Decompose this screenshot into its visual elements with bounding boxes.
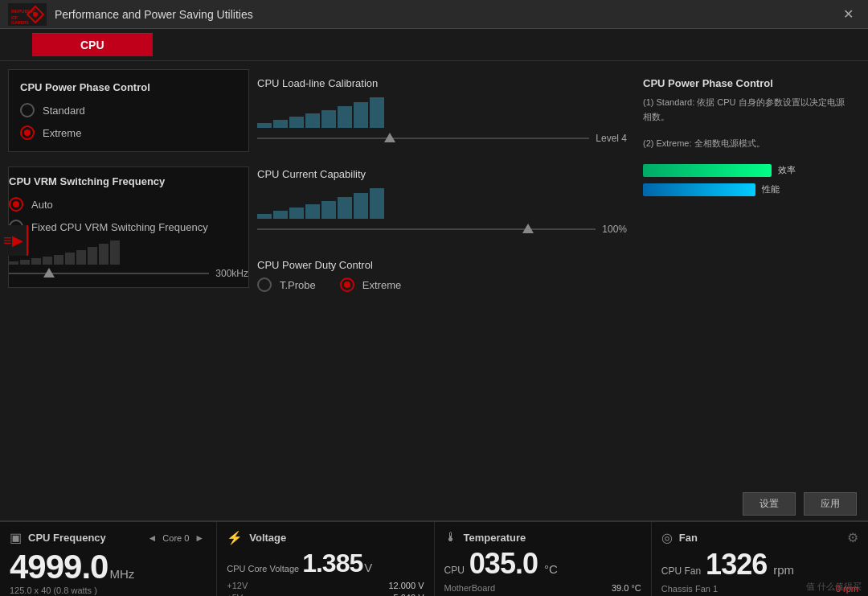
cpu-fan-label: CPU Fan [661, 565, 701, 577]
ll-step-6 [338, 106, 352, 128]
vrm-slider-thumb[interactable] [43, 268, 55, 277]
cpu-temp-label: CPU [444, 565, 465, 576]
core-voltage-value: 1.385 [302, 550, 362, 576]
vrm-box: CPU VRM Switching Frequency Auto Fixed C… [8, 166, 249, 288]
core-voltage-label: CPU Core Voltage [227, 564, 299, 573]
freq-step-1 [9, 261, 18, 265]
radio-vrm-fixed[interactable]: Fixed CPU VRM Switching Frequency [9, 220, 248, 234]
close-button[interactable]: ✕ [837, 5, 860, 23]
cc-step-2 [273, 211, 288, 219]
voltage-header: ⚡ Voltage [227, 530, 424, 545]
freq-step-7 [76, 250, 86, 265]
fan-settings-button[interactable]: ⚙ [847, 530, 858, 545]
phase-bar-row-2: 性能 [643, 183, 852, 196]
temp-title: Temperature [464, 532, 526, 544]
apply-button[interactable]: 应用 [804, 492, 857, 516]
load-line-bar [257, 96, 627, 128]
vrm-options: Auto Fixed CPU VRM Switching Frequency [9, 197, 248, 234]
voltage-section: ⚡ Voltage CPU Core Voltage 1.385 V +12V … [217, 522, 434, 596]
radio-tprobe-circle [257, 277, 272, 292]
radio-extreme-label: Extreme [43, 127, 81, 139]
freq-nav-next[interactable]: ► [192, 532, 207, 544]
reset-button[interactable]: 设置 [743, 492, 796, 516]
freq-step-3 [31, 258, 41, 265]
cc-step-7 [354, 193, 368, 219]
cc-step-5 [321, 201, 336, 219]
middle-panel: CPU Load-line Calibration Level 4 CPU Cu… [257, 69, 627, 479]
vrm-slider-track[interactable]: 300kHz [9, 268, 248, 279]
freq-step-2 [20, 260, 30, 265]
cpu-power-phase-title: CPU Power Phase Control [20, 81, 237, 93]
radio-extreme-circle [20, 125, 35, 140]
radio-duty-extreme[interactable]: Extreme [340, 277, 401, 292]
load-line-slider[interactable]: Level 4 [257, 133, 627, 144]
ll-slider-line [257, 138, 589, 139]
freq-big-value: 4999.0 [10, 550, 108, 584]
cc-step-8 [370, 188, 384, 219]
duty-control-title: CPU Power Duty Control [257, 259, 627, 271]
cpu-temp-value: 035.0 [469, 549, 538, 578]
temp-rows: MotherBoard 39.0 °C CPU Package 36.0 °C … [444, 583, 641, 596]
cc-step-4 [305, 204, 320, 219]
ll-level-label: Level 4 [596, 133, 627, 144]
radio-tprobe-label: T.Probe [280, 279, 316, 291]
voltage-row-0: +12V 12.000 V [227, 581, 424, 590]
duty-control-section: CPU Power Duty Control T.Probe Extreme [257, 259, 627, 292]
phase-bar-cyan [643, 183, 755, 196]
freq-nav-label: Core 0 [162, 533, 189, 543]
cc-step-1 [257, 214, 272, 219]
load-line-title: CPU Load-line Calibration [257, 77, 627, 89]
cc-slider-line [257, 228, 596, 230]
vrm-freq-label: 300kHz [215, 268, 248, 279]
cpu-temp-unit: °C [544, 562, 558, 576]
ll-step-2 [273, 120, 288, 128]
fan-icon: ◎ [661, 530, 673, 545]
mb-temp-value: 39.0 °C [612, 583, 641, 593]
freq-nav-prev[interactable]: ◄ [145, 532, 159, 544]
freq-sub-label: 125.0 x 40 (0.8 watts ) [10, 586, 97, 595]
vrm-freq-slider: 300kHz [9, 240, 248, 279]
v12-label: +12V [227, 581, 248, 590]
monitor-strip: ▣ CPU Frequency ◄ Core 0 ► 4999.0 MHz 12… [0, 520, 868, 596]
radio-standard[interactable]: Standard [20, 103, 237, 117]
temp-header: 🌡 Temperature [444, 530, 641, 545]
main-content: CPU Power Phase Control Standard Extreme… [0, 61, 868, 487]
chassis1-label: Chassis Fan 1 [661, 584, 718, 594]
radio-vrm-auto[interactable]: Auto [9, 197, 248, 212]
voltage-row-1: +5V 5.040 V [227, 593, 424, 596]
title-bar: REPUBLIC OF GAMERS Performance and Power… [0, 0, 868, 29]
freq-unit: MHz [109, 567, 134, 581]
radio-extreme[interactable]: Extreme [20, 125, 237, 140]
freq-section: ▣ CPU Frequency ◄ Core 0 ► 4999.0 MHz 12… [0, 522, 217, 596]
duty-control-options: T.Probe Extreme [257, 277, 627, 292]
ll-step-3 [289, 117, 304, 128]
mb-temp-label: MotherBoard [444, 583, 496, 593]
cc-slider-thumb[interactable] [522, 224, 534, 233]
voltage-title: Voltage [249, 532, 286, 544]
right-info-desc2: (2) Extreme: 全相数电源模式。 [643, 137, 852, 151]
radio-duty-extreme-circle [340, 277, 354, 292]
right-info-title: CPU Power Phase Control [643, 77, 852, 89]
freq-sub-row: 125.0 x 40 (0.8 watts ) [10, 586, 207, 595]
sidebar-toggle[interactable]: ≡▶ [0, 225, 28, 256]
phase-bar-label-2: 性能 [762, 183, 780, 195]
tab-cpu[interactable]: CPU [32, 33, 153, 56]
window-title: Performance and Power Saving Utilities [55, 8, 837, 21]
radio-vrm-fixed-label: Fixed CPU VRM Switching Frequency [31, 221, 208, 233]
radio-duty-extreme-label: Extreme [362, 279, 401, 291]
radio-vrm-auto-circle [9, 197, 23, 212]
freq-step-4 [43, 257, 52, 265]
fan-title: Fan [679, 532, 698, 544]
phase-bar-label-1: 效率 [778, 164, 796, 176]
temp-big-row: CPU 035.0 °C [444, 549, 641, 578]
right-panel: CPU Power Phase Control (1) Standard: 依据… [635, 69, 860, 479]
ll-slider-thumb[interactable] [384, 133, 395, 142]
voltage-big-row: CPU Core Voltage 1.385 V [227, 550, 424, 576]
voltage-icon: ⚡ [227, 530, 243, 545]
ll-step-4 [305, 113, 320, 128]
radio-vrm-auto-label: Auto [31, 199, 53, 211]
phase-bar-row-1: 效率 [643, 164, 852, 177]
radio-tprobe[interactable]: T.Probe [257, 277, 316, 292]
current-cap-slider[interactable]: 100% [257, 224, 627, 235]
cc-step-6 [338, 197, 352, 219]
